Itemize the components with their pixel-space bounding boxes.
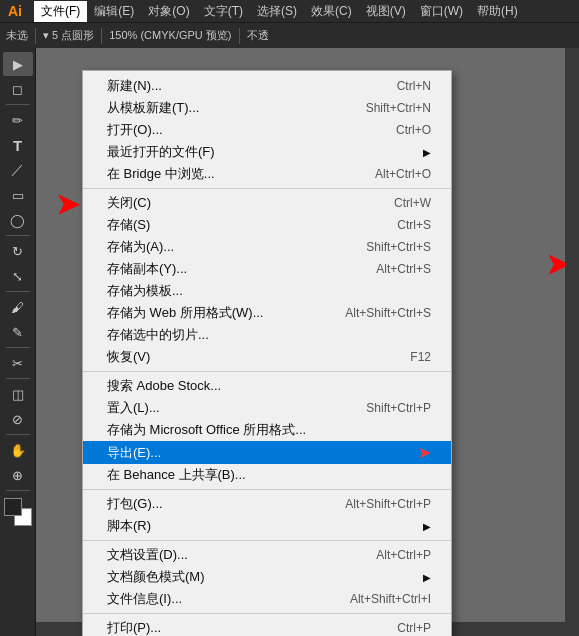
menu-item-save-as[interactable]: 存储为(A)... Shift+Ctrl+S (83, 236, 451, 258)
menu-sep-1 (83, 188, 451, 189)
line-tool-btn[interactable]: ／ (3, 158, 33, 182)
menu-item-bridge[interactable]: 在 Bridge 中浏览... Alt+Ctrl+O (83, 163, 451, 185)
menu-sep-4 (83, 540, 451, 541)
tool-separator-5 (6, 378, 30, 379)
canvas-area[interactable]: ➤ ➤ 新建(N)... Ctrl+N 从模板新建(T)... Shift+Ct… (36, 48, 579, 636)
menu-item-save[interactable]: 存储(S) Ctrl+S (83, 214, 451, 236)
toolbar-separator-2 (101, 28, 102, 44)
menu-item-scripts[interactable]: 脚本(R) ▶ (83, 515, 451, 537)
menu-sep-3 (83, 489, 451, 490)
vertical-scrollbar[interactable] (565, 48, 579, 636)
menu-effect[interactable]: 效果(C) (304, 1, 359, 22)
pen-tool-btn[interactable]: ✏ (3, 108, 33, 132)
arrow-indicator-left: ➤ (56, 188, 79, 221)
ellipse-tool-btn[interactable]: ◯ (3, 208, 33, 232)
scissors-btn[interactable]: ✂ (3, 351, 33, 375)
menu-item-adobe-stock[interactable]: 搜索 Adobe Stock... (83, 375, 451, 397)
menu-sep-2 (83, 371, 451, 372)
gradient-btn[interactable]: ◫ (3, 382, 33, 406)
toolbar: 未选 ▾ 5 点圆形 150% (CMYK/GPU 预览) 不透 (0, 22, 579, 48)
hand-btn[interactable]: ✋ (3, 438, 33, 462)
type-tool-btn[interactable]: T (3, 133, 33, 157)
menu-sep-5 (83, 613, 451, 614)
toolbar-separator-1 (35, 28, 36, 44)
menu-item-save-ms-office[interactable]: 存储为 Microsoft Office 所用格式... (83, 419, 451, 441)
rotate-tool-btn[interactable]: ↻ (3, 239, 33, 263)
menu-item-doc-setup[interactable]: 文档设置(D)... Alt+Ctrl+P (83, 544, 451, 566)
menu-item-save-copy[interactable]: 存储副本(Y)... Alt+Ctrl+S (83, 258, 451, 280)
menu-select[interactable]: 选择(S) (250, 1, 304, 22)
stroke-label: ▾ 5 点圆形 (43, 28, 94, 43)
file-dropdown-menu: 新建(N)... Ctrl+N 从模板新建(T)... Shift+Ctrl+N… (82, 70, 452, 636)
rect-tool-btn[interactable]: ▭ (3, 183, 33, 207)
select-tool-btn[interactable]: ▶ (3, 52, 33, 76)
tool-separator-7 (6, 490, 30, 491)
tool-separator-2 (6, 235, 30, 236)
menu-item-save-slices[interactable]: 存储选中的切片... (83, 324, 451, 346)
menu-item-place[interactable]: 置入(L)... Shift+Ctrl+P (83, 397, 451, 419)
menu-view[interactable]: 视图(V) (359, 1, 413, 22)
foreground-color[interactable] (4, 498, 22, 516)
menu-item-file-info[interactable]: 文件信息(I)... Alt+Shift+Ctrl+I (83, 588, 451, 610)
menu-item-doc-color-mode[interactable]: 文档颜色模式(M) ▶ (83, 566, 451, 588)
app-logo: Ai (4, 3, 26, 19)
zoom-label: 150% (CMYK/GPU 预览) (109, 28, 231, 43)
menu-bar: Ai 文件(F) 编辑(E) 对象(O) 文字(T) 选择(S) 效果(C) 视… (0, 0, 579, 22)
tool-separator-6 (6, 434, 30, 435)
zoom-btn[interactable]: ⊕ (3, 463, 33, 487)
pencil-btn[interactable]: ✎ (3, 320, 33, 344)
paintbrush-btn[interactable]: 🖌 (3, 295, 33, 319)
undo-label: 未选 (6, 28, 28, 43)
menu-type[interactable]: 文字(T) (197, 1, 250, 22)
menu-item-share-behance[interactable]: 在 Behance 上共享(B)... (83, 464, 451, 486)
color-selector[interactable] (4, 498, 32, 526)
menu-item-revert[interactable]: 恢复(V) F12 (83, 346, 451, 368)
menu-item-close[interactable]: 关闭(C) Ctrl+W (83, 192, 451, 214)
main-area: ▶ ◻ ✏ T ／ ▭ ◯ ↻ ⤡ 🖌 ✎ ✂ ◫ ⊘ ✋ ⊕ (0, 48, 579, 636)
tool-separator-4 (6, 347, 30, 348)
menu-object[interactable]: 对象(O) (141, 1, 196, 22)
tool-panel: ▶ ◻ ✏ T ／ ▭ ◯ ↻ ⤡ 🖌 ✎ ✂ ◫ ⊘ ✋ ⊕ (0, 48, 36, 636)
menu-item-recent[interactable]: 最近打开的文件(F) ▶ (83, 141, 451, 163)
menu-help[interactable]: 帮助(H) (470, 1, 525, 22)
menu-item-open[interactable]: 打开(O)... Ctrl+O (83, 119, 451, 141)
tool-separator-1 (6, 104, 30, 105)
toolbar-separator-3 (239, 28, 240, 44)
scale-tool-btn[interactable]: ⤡ (3, 264, 33, 288)
menu-item-save-template[interactable]: 存储为模板... (83, 280, 451, 302)
menu-item-export[interactable]: 导出(E)... ➤ (83, 441, 451, 464)
menu-item-new-from-template[interactable]: 从模板新建(T)... Shift+Ctrl+N (83, 97, 451, 119)
tool-separator-3 (6, 291, 30, 292)
menu-item-new[interactable]: 新建(N)... Ctrl+N (83, 75, 451, 97)
menu-edit[interactable]: 编辑(E) (87, 1, 141, 22)
menu-item-save-web[interactable]: 存储为 Web 所用格式(W)... Alt+Shift+Ctrl+S (83, 302, 451, 324)
preview-label: 不透 (247, 28, 269, 43)
menu-window[interactable]: 窗口(W) (413, 1, 470, 22)
menu-item-print[interactable]: 打印(P)... Ctrl+P (83, 617, 451, 636)
menu-file[interactable]: 文件(F) (34, 1, 87, 22)
menu-item-package[interactable]: 打包(G)... Alt+Shift+Ctrl+P (83, 493, 451, 515)
eyedropper-btn[interactable]: ⊘ (3, 407, 33, 431)
export-arrow-icon: ➤ (418, 443, 431, 462)
direct-select-btn[interactable]: ◻ (3, 77, 33, 101)
